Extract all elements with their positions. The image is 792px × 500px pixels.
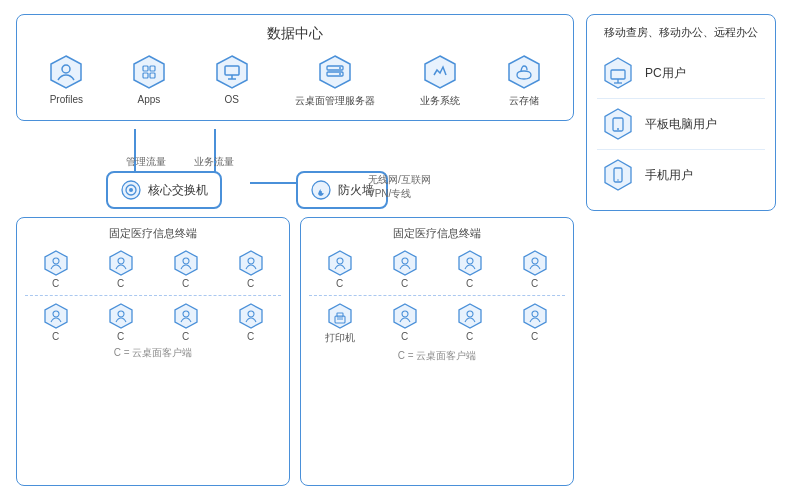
pc-user-item: PC用户: [597, 48, 765, 99]
svg-point-14: [339, 67, 341, 69]
svg-marker-52: [459, 304, 481, 328]
terminal-1-c1: C: [25, 249, 86, 289]
svg-marker-24: [110, 251, 132, 275]
svg-marker-30: [45, 304, 67, 328]
svg-marker-17: [509, 56, 539, 88]
terminal-1-c3: C: [155, 249, 216, 289]
svg-marker-34: [175, 304, 197, 328]
svg-marker-50: [394, 304, 416, 328]
terminal-1-c7: C: [155, 302, 216, 342]
icon-server: 云桌面管理服务器: [295, 53, 375, 108]
svg-marker-60: [605, 109, 631, 139]
datacenter-box: 数据中心 Profiles: [16, 14, 574, 121]
terminal-2-c7: C: [504, 302, 565, 345]
icon-profiles: Profiles: [47, 53, 85, 105]
svg-marker-36: [240, 304, 262, 328]
storage-hex-icon: [505, 53, 543, 91]
firewall-icon: [310, 179, 332, 201]
svg-marker-0: [51, 56, 81, 88]
svg-marker-44: [524, 251, 546, 275]
server-hex-icon: [316, 53, 354, 91]
svg-marker-2: [134, 56, 164, 88]
svg-point-20: [129, 188, 133, 192]
svg-marker-38: [329, 251, 351, 275]
terminal-1-c5: C: [25, 302, 86, 342]
terminal-1-title: 固定医疗信息终端: [25, 226, 281, 241]
svg-marker-7: [217, 56, 247, 88]
phone-user-hex-icon: [601, 158, 635, 192]
terminal-2-title: 固定医疗信息终端: [309, 226, 565, 241]
business-flow-label: 业务流量: [194, 155, 234, 169]
svg-marker-40: [394, 251, 416, 275]
tablet-user-label: 平板电脑用户: [645, 116, 717, 133]
tablet-user-item: 平板电脑用户: [597, 99, 765, 150]
terminal-1-c8: C: [220, 302, 281, 342]
terminal-box-1: 固定医疗信息终端 C C C: [16, 217, 290, 486]
icon-apps: Apps: [130, 53, 168, 105]
svg-point-15: [339, 73, 341, 75]
right-panel: 移动查房、移动办公、远程办公 PC用户 平板电脑用户: [586, 14, 776, 211]
terminal-2-c3: C: [439, 249, 500, 289]
icon-business: 业务系统: [420, 53, 460, 108]
svg-marker-28: [240, 251, 262, 275]
phone-user-label: 手机用户: [645, 167, 693, 184]
terminal-2-c6: C: [439, 302, 500, 345]
icon-storage: 云存储: [505, 53, 543, 108]
terminal-2-note: C = 云桌面客户端: [309, 349, 565, 363]
terminal-1-c6: C: [90, 302, 151, 342]
svg-point-65: [617, 180, 619, 182]
terminal-1-note: C = 云桌面客户端: [25, 346, 281, 360]
svg-marker-32: [110, 304, 132, 328]
business-hex-icon: [421, 53, 459, 91]
phone-user-item: 手机用户: [597, 150, 765, 200]
pc-user-hex-icon: [601, 56, 635, 90]
switch-box: 核心交换机: [106, 171, 222, 209]
os-hex-icon: [213, 53, 251, 91]
printer-item: 打印机: [309, 302, 370, 345]
svg-marker-42: [459, 251, 481, 275]
profiles-hex-icon: [47, 53, 85, 91]
terminal-2-c5: C: [374, 302, 435, 345]
manage-flow-label: 管理流量: [126, 155, 166, 169]
svg-point-21: [312, 181, 330, 199]
right-panel-title: 移动查房、移动办公、远程办公: [597, 25, 765, 40]
svg-point-62: [617, 128, 619, 130]
terminal-box-2: 固定医疗信息终端 C C C: [300, 217, 574, 486]
svg-marker-54: [524, 304, 546, 328]
svg-marker-26: [175, 251, 197, 275]
terminal-1-c2: C: [90, 249, 151, 289]
terminal-1-c4: C: [220, 249, 281, 289]
svg-marker-63: [605, 160, 631, 190]
icon-os: OS: [213, 53, 251, 105]
svg-marker-22: [45, 251, 67, 275]
switch-icon: [120, 179, 142, 201]
network-label-text: 无线网/互联网VPN/专线: [368, 173, 431, 201]
datacenter-title: 数据中心: [27, 25, 563, 43]
terminal-2-c2: C: [374, 249, 435, 289]
pc-user-label: PC用户: [645, 65, 686, 82]
apps-hex-icon: [130, 53, 168, 91]
terminal-2-c1: C: [309, 249, 370, 289]
terminal-2-c4: C: [504, 249, 565, 289]
tablet-user-hex-icon: [601, 107, 635, 141]
